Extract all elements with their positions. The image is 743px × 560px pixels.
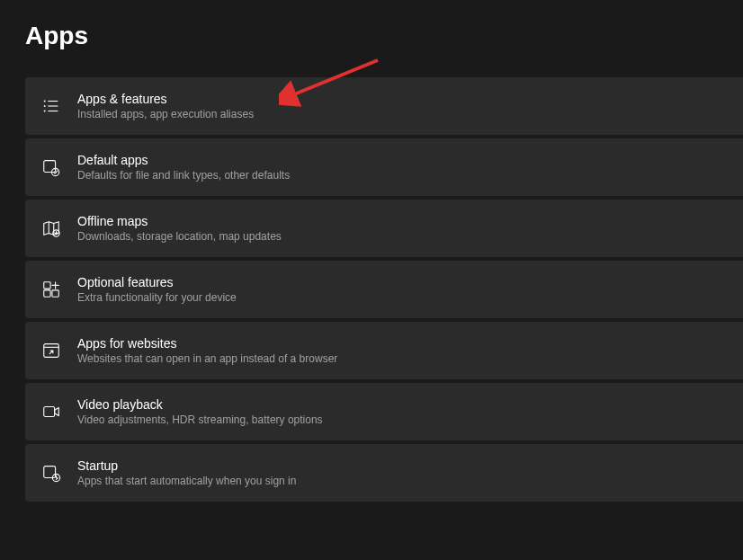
- settings-list: Apps & features Installed apps, app exec…: [0, 77, 743, 502]
- item-title: Offline maps: [77, 214, 282, 228]
- settings-item-default-apps[interactable]: Default apps Defaults for file and link …: [25, 138, 743, 196]
- item-text: Apps for websites Websites that can open…: [77, 336, 337, 365]
- item-description: Websites that can open in an app instead…: [77, 352, 337, 365]
- window-open-icon: [41, 341, 61, 360]
- item-title: Apps & features: [77, 92, 254, 106]
- default-apps-icon: [41, 157, 61, 177]
- page-header: Apps: [0, 0, 743, 50]
- page-title: Apps: [25, 22, 743, 50]
- item-description: Downloads, storage location, map updates: [77, 230, 282, 243]
- settings-item-optional-features[interactable]: Optional features Extra functionality fo…: [25, 261, 743, 318]
- video-icon: [41, 402, 61, 422]
- item-text: Default apps Defaults for file and link …: [77, 153, 290, 182]
- svg-rect-18: [44, 407, 55, 417]
- settings-item-apps-for-websites[interactable]: Apps for websites Websites that can open…: [25, 322, 743, 379]
- item-description: Video adjustments, HDR streaming, batter…: [77, 413, 323, 426]
- item-title: Optional features: [77, 275, 237, 289]
- startup-icon: [41, 463, 61, 483]
- settings-item-apps-features[interactable]: Apps & features Installed apps, app exec…: [25, 77, 743, 135]
- item-text: Offline maps Downloads, storage location…: [77, 214, 282, 243]
- svg-rect-11: [44, 282, 50, 289]
- settings-item-startup[interactable]: Startup Apps that start automatically wh…: [25, 444, 743, 502]
- svg-rect-12: [44, 290, 50, 297]
- svg-rect-13: [52, 290, 58, 297]
- map-icon: [41, 218, 61, 238]
- item-text: Apps & features Installed apps, app exec…: [77, 92, 254, 120]
- item-description: Installed apps, app execution aliases: [77, 108, 254, 120]
- item-title: Video playback: [77, 397, 323, 412]
- item-description: Extra functionality for your device: [77, 291, 237, 304]
- svg-rect-6: [44, 161, 56, 173]
- item-description: Defaults for file and link types, other …: [77, 169, 290, 182]
- settings-item-offline-maps[interactable]: Offline maps Downloads, storage location…: [25, 200, 743, 257]
- item-text: Video playback Video adjustments, HDR st…: [77, 397, 323, 426]
- item-title: Apps for websites: [77, 336, 337, 351]
- item-title: Default apps: [77, 153, 290, 167]
- list-icon: [41, 96, 61, 116]
- item-description: Apps that start automatically when you s…: [77, 475, 296, 487]
- settings-item-video-playback[interactable]: Video playback Video adjustments, HDR st…: [25, 383, 743, 440]
- item-text: Startup Apps that start automatically wh…: [77, 458, 296, 487]
- item-text: Optional features Extra functionality fo…: [77, 275, 237, 304]
- item-title: Startup: [77, 458, 296, 473]
- svg-rect-19: [44, 467, 56, 478]
- grid-plus-icon: [41, 280, 61, 299]
